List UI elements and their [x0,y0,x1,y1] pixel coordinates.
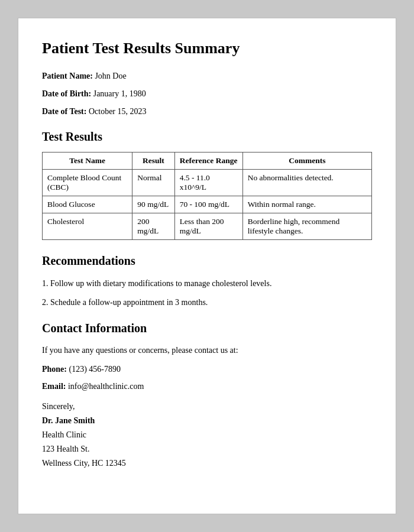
cell-reference-range: 70 - 100 mg/dL [174,196,242,213]
cell-comments: No abnormalities detected. [242,170,371,196]
dob-label: Date of Birth: [42,89,91,98]
cell-test-name: Cholesterol [43,213,132,240]
phone-value: (123) 456-7890 [69,365,121,374]
contact-intro: If you have any questions or concerns, p… [42,343,372,358]
col-header-comments: Comments [242,153,371,170]
cell-reference-range: 4.5 - 11.0 x10^9/L [174,170,242,196]
clinic-address1: 123 Health St. [42,442,372,456]
col-header-test-name: Test Name [43,153,132,170]
recommendations-heading: Recommendations [42,254,372,268]
dob-value: January 1, 1980 [93,89,146,98]
cell-reference-range: Less than 200 mg/dL [174,213,242,240]
recommendations-container: 1. Follow up with dietary modifications … [42,276,372,309]
col-header-reference-range: Reference Range [174,153,242,170]
recommendation-item: 2. Schedule a follow-up appointment in 3… [42,295,372,310]
dob-row: Date of Birth: January 1, 1980 [42,87,372,101]
table-row: Cholesterol200 mg/dLLess than 200 mg/dLB… [43,213,372,240]
dot-label: Date of Test: [42,107,86,116]
cell-result: 200 mg/dL [132,213,174,240]
page-title: Patient Test Results Summary [42,40,372,57]
contact-heading: Contact Information [42,322,372,335]
clinic-address2: Wellness City, HC 12345 [42,456,372,471]
dot-row: Date of Test: October 15, 2023 [42,105,372,119]
cell-test-name: Complete Blood Count (CBC) [43,170,132,196]
email-value: info@healthclinic.com [68,382,144,391]
test-results-heading: Test Results [42,130,372,144]
table-row: Blood Glucose90 mg/dL70 - 100 mg/dLWithi… [43,196,372,213]
table-header-row: Test Name Result Reference Range Comment… [43,153,372,170]
dot-value: October 15, 2023 [89,107,147,116]
recommendation-item: 1. Follow up with dietary modifications … [42,276,372,291]
sincerely-text: Sincerely, [42,402,372,411]
email-label: Email: [42,382,66,391]
phone-label: Phone: [42,365,67,374]
doctor-name: Dr. Jane Smith [42,414,372,428]
cell-comments: Within normal range. [242,196,371,213]
table-row: Complete Blood Count (CBC)Normal4.5 - 11… [43,170,372,196]
page-container: Patient Test Results Summary Patient Nam… [18,18,396,514]
cell-comments: Borderline high, recommend lifestyle cha… [242,213,371,240]
patient-name-value: John Doe [95,72,126,80]
cell-test-name: Blood Glucose [43,196,132,213]
col-header-result: Result [132,153,174,170]
phone-row: Phone: (123) 456-7890 [42,362,372,377]
clinic-name: Health Clinic [42,428,372,442]
cell-result: 90 mg/dL [132,196,174,213]
cell-result: Normal [132,170,174,196]
email-row: Email: info@healthclinic.com [42,379,372,394]
patient-name-row: Patient Name: John Doe [42,69,372,83]
patient-name-label: Patient Name: [42,72,93,80]
results-table: Test Name Result Reference Range Comment… [42,152,372,240]
